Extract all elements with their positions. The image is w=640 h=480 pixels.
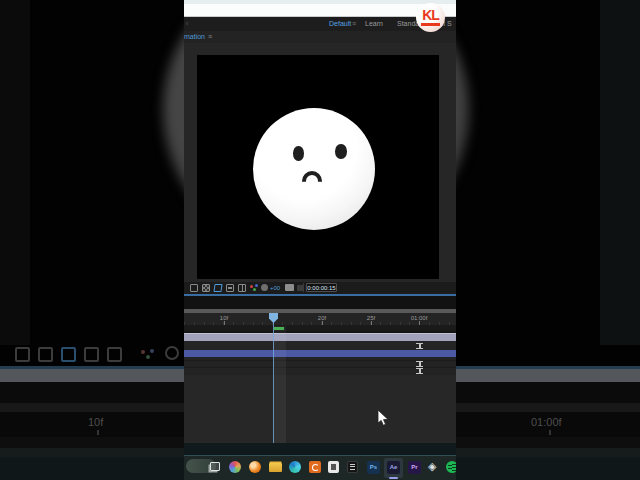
playhead-column-shade — [274, 326, 286, 443]
dark-app-icon[interactable] — [347, 461, 358, 473]
current-timecode[interactable]: 0:00:00:15 — [306, 283, 337, 292]
playhead-line — [273, 313, 274, 443]
cube-app-icon[interactable]: ◈ — [428, 460, 440, 472]
composition-tab-label[interactable]: mation — [184, 33, 205, 40]
after-effects-icon[interactable]: Ae — [387, 461, 400, 474]
panel-menu-icon[interactable]: ≡ — [208, 33, 212, 40]
transparency-grid-icon[interactable] — [202, 284, 210, 292]
channels-icon[interactable] — [250, 284, 259, 292]
layer-out-handle[interactable] — [416, 368, 423, 374]
background-icon-2 — [38, 347, 53, 362]
layer-out-handle[interactable] — [416, 343, 423, 349]
viewer-toolbar: +00 0:00:00:15 — [184, 282, 456, 294]
channel-watermark[interactable]: KL — [416, 3, 445, 32]
composition-canvas[interactable] — [197, 55, 439, 279]
region-of-interest-icon[interactable] — [226, 284, 234, 292]
light-app-icon[interactable] — [328, 461, 339, 473]
composition-panel — [184, 43, 456, 296]
photos-icon[interactable] — [229, 461, 241, 473]
background-dot-red — [141, 350, 145, 354]
screenshot-root: 10f 01:00f ‹ Default ≡ Learn Standard ll… — [0, 0, 640, 480]
photoshop-icon[interactable]: Ps — [367, 461, 380, 474]
panel-tab-row: mation ≡ — [184, 31, 456, 43]
exposure-control[interactable]: +00 — [270, 285, 280, 291]
active-app-indicator — [389, 477, 398, 479]
background-time-label-right: 01:00f — [531, 416, 562, 428]
layer-row-selected[interactable] — [184, 350, 456, 357]
background-panel-edge-right — [600, 0, 640, 345]
orange-spiral-app-icon[interactable] — [309, 461, 321, 473]
file-explorer-icon[interactable] — [269, 463, 282, 472]
mask-visibility-icon[interactable] — [213, 284, 222, 292]
layer-out-handle[interactable] — [416, 361, 423, 367]
background-mask-icon — [61, 347, 76, 362]
timeline-empty-area[interactable] — [184, 375, 456, 443]
work-area-band — [184, 326, 456, 331]
watermark-banner — [421, 23, 440, 26]
timeline-ruler[interactable]: 10f 20f 25f 01:00f — [184, 313, 456, 326]
timeline-gap — [184, 296, 456, 309]
ruler-tick — [322, 321, 323, 325]
sad-face-graphic — [253, 108, 375, 230]
background-gear-icon — [165, 346, 179, 360]
workspace-menu-icon[interactable]: ≡ — [352, 20, 356, 27]
ruler-tick — [419, 321, 420, 325]
background-panel-edge-left — [0, 0, 30, 345]
background-tick-right — [549, 430, 551, 435]
resolution-icon[interactable] — [261, 284, 268, 291]
snapshot-camera-icon[interactable] — [285, 284, 294, 291]
task-view-icon[interactable] — [210, 462, 220, 471]
ruler-tick — [371, 321, 372, 325]
background-tick-left — [97, 430, 99, 435]
mouse-cursor — [377, 410, 389, 427]
spotify-icon[interactable] — [446, 461, 456, 473]
background-time-label-left: 10f — [88, 416, 103, 428]
background-icon-4 — [107, 347, 122, 362]
edge-icon[interactable] — [289, 461, 301, 473]
video-frame: ‹ Default ≡ Learn Standard ll S mation ≡ — [184, 0, 456, 480]
taskbar: Ps Ae Pr ◈ — [184, 456, 456, 480]
left-eye — [293, 146, 304, 161]
premiere-icon[interactable]: Pr — [408, 461, 421, 474]
sad-mouth — [302, 171, 322, 191]
right-eye — [335, 144, 347, 159]
blender-icon[interactable] — [249, 461, 261, 473]
toolbar-divider — [303, 283, 304, 292]
background-icon-3 — [84, 347, 99, 362]
menu-bar-left-glyph: ‹ — [186, 20, 188, 27]
view-options-icon[interactable] — [238, 284, 246, 292]
workspace-tab-learn[interactable]: Learn — [365, 20, 383, 27]
workspace-tab-default[interactable]: Default — [329, 20, 351, 27]
layer-bar-lavender[interactable] — [184, 333, 456, 341]
background-dot-blue — [150, 349, 154, 353]
background-dot-green — [146, 355, 150, 359]
ruler-tick — [224, 321, 225, 325]
background-icon-1 — [15, 347, 30, 362]
preview-toggle-icon[interactable] — [190, 284, 198, 292]
